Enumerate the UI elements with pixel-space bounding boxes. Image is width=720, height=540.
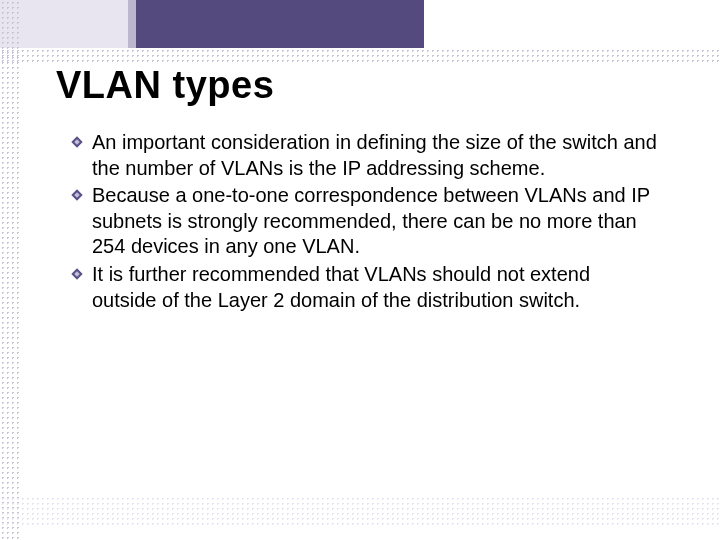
bullet-list: An important consideration in defining t… xyxy=(70,130,660,315)
diamond-bullet-icon xyxy=(70,267,84,281)
header-band-mid xyxy=(128,0,136,48)
diamond-bullet-icon xyxy=(70,135,84,149)
header-band xyxy=(0,0,720,48)
list-item-text: Because a one-to-one correspondence betw… xyxy=(92,183,660,260)
list-item: Because a one-to-one correspondence betw… xyxy=(70,183,660,260)
list-item: It is further recommended that VLANs sho… xyxy=(70,262,660,313)
header-band-dark xyxy=(136,0,424,48)
diamond-bullet-icon xyxy=(70,188,84,202)
list-item-text: An important consideration in defining t… xyxy=(92,130,660,181)
list-item-text: It is further recommended that VLANs sho… xyxy=(92,262,660,313)
dotted-texture-bottom xyxy=(0,496,720,526)
dotted-texture-left xyxy=(0,0,22,540)
list-item: An important consideration in defining t… xyxy=(70,130,660,181)
page-title: VLAN types xyxy=(56,64,274,107)
dotted-texture-top xyxy=(0,48,720,62)
